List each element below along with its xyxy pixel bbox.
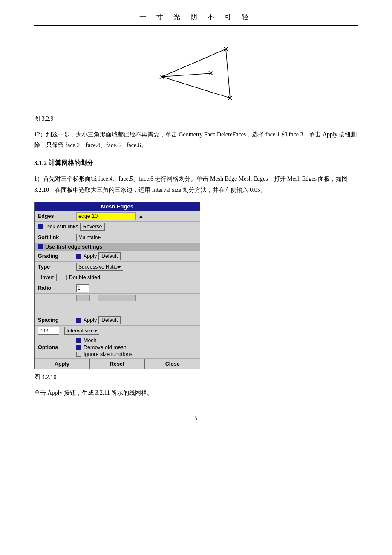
grading-default-btn[interactable]: Default xyxy=(98,252,121,260)
ignore-size-label: Ignore size functions xyxy=(84,351,133,357)
grading-apply-checkbox[interactable] xyxy=(76,254,81,259)
spacing-row: Spacing Apply Default xyxy=(35,315,200,326)
invert-row: Invert Double sided xyxy=(35,272,200,283)
soft-link-label: Soft link xyxy=(38,234,76,240)
double-sided-label: Double sided xyxy=(69,275,100,280)
empty-space xyxy=(35,302,200,315)
spacing-default-btn[interactable]: Default xyxy=(98,316,121,324)
use-first-edge-label: Use first edge settings xyxy=(45,244,102,250)
svg-line-1 xyxy=(226,49,230,98)
diagram-area xyxy=(34,38,358,107)
spacing-apply-area: Apply xyxy=(76,317,97,323)
spacing-apply-checkbox[interactable] xyxy=(76,318,81,323)
mesh-label: Mesh xyxy=(84,338,97,344)
panel-title: Mesh Edges xyxy=(101,203,133,210)
edges-icon-btn[interactable]: ▲ xyxy=(138,213,144,220)
ratio-input[interactable] xyxy=(76,284,89,292)
double-sided-area: Double sided xyxy=(62,275,100,280)
panel-title-bar: Mesh Edges xyxy=(35,202,200,211)
type-dropdown[interactable]: Successive Ratio ▶ xyxy=(76,263,123,271)
ignore-size-row: Ignore size functions xyxy=(76,351,133,357)
options-row: Options Mesh Remove old mesh Ignore size… xyxy=(35,336,200,359)
ratio-label: Ratio xyxy=(38,285,76,291)
pick-with-links-checkbox-area: Pick with links xyxy=(38,224,78,230)
figure-3210-label: 图 3.2.10 xyxy=(34,373,358,381)
bottom-btn-row: Apply Reset Close xyxy=(35,359,200,369)
type-row: Type Successive Ratio ▶ xyxy=(35,262,200,272)
interval-size-arrow: ▶ xyxy=(95,329,97,332)
section-title-1: 3.1.2 计算网格的划分 xyxy=(34,159,358,167)
mesh-option-row: Mesh xyxy=(76,338,133,344)
mesh-edges-panel: Mesh Edges Edges edge.10 ▲ Pick with lin… xyxy=(34,202,200,369)
grading-apply-label: Apply xyxy=(84,253,97,259)
grading-row: Grading Apply Default xyxy=(35,251,200,262)
use-first-edge-checkbox[interactable] xyxy=(38,244,43,249)
spacing-input[interactable] xyxy=(38,327,59,335)
edges-label: Edges xyxy=(38,213,76,219)
slider-row xyxy=(35,294,200,302)
successive-ratio-label: Successive Ratio xyxy=(78,264,118,270)
type-label: Type xyxy=(38,264,76,270)
pick-with-links-label: Pick with links xyxy=(45,224,78,230)
page-number: 5 xyxy=(34,415,358,422)
remove-old-mesh-label: Remove old mesh xyxy=(84,344,127,350)
paragraph-2: 1）首先对三个梯形面域 face.4、face.5、face.6 进行网格划分。… xyxy=(34,173,358,195)
pick-with-links-checkbox[interactable] xyxy=(38,224,43,229)
use-first-edge-row: Use first edge settings xyxy=(35,243,200,251)
slider-thumb[interactable] xyxy=(89,295,98,301)
paragraph-3: 单击 Apply 按钮，生成 3.2.11 所示的线网格。 xyxy=(34,387,358,398)
paragraph-1: 12）到这一步，大小三角形面域都已经不再需要，单击 Geometry Face … xyxy=(34,129,358,150)
mesh-checkbox[interactable] xyxy=(76,338,81,343)
maintain-arrow: ▶ xyxy=(98,235,101,239)
remove-old-mesh-checkbox[interactable] xyxy=(76,345,81,350)
options-values: Mesh Remove old mesh Ignore size functio… xyxy=(76,338,133,357)
pick-with-links-row: Pick with links Reverse xyxy=(35,222,200,232)
remove-old-mesh-row: Remove old mesh xyxy=(76,344,133,350)
header-title: 一 寸 光 阴 不 可 轻 xyxy=(139,13,253,20)
close-btn[interactable]: Close xyxy=(145,359,200,369)
invert-btn[interactable]: Invert xyxy=(38,274,57,281)
grading-apply-area: Apply xyxy=(76,253,97,259)
interval-size-dropdown[interactable]: Interval size ▶ xyxy=(64,327,99,335)
maintain-label: Maintain xyxy=(78,234,98,240)
interval-size-label: Interval size xyxy=(66,328,94,334)
type-dropdown-arrow: ▶ xyxy=(118,265,121,269)
spacing-apply-label: Apply xyxy=(84,317,97,323)
ratio-slider[interactable] xyxy=(76,295,136,301)
page-header: 一 寸 光 阴 不 可 轻 xyxy=(34,13,358,26)
ratio-row: Ratio xyxy=(35,283,200,294)
spacing-label: Spacing xyxy=(38,317,76,323)
edges-row: Edges edge.10 ▲ xyxy=(35,211,200,222)
double-sided-checkbox[interactable] xyxy=(62,275,67,280)
svg-line-2 xyxy=(162,77,230,98)
reset-btn[interactable]: Reset xyxy=(90,359,145,369)
apply-btn[interactable]: Apply xyxy=(35,359,90,369)
spacing-value-row: Interval size ▶ xyxy=(35,326,200,336)
grading-label: Grading xyxy=(38,253,76,259)
ignore-size-checkbox[interactable] xyxy=(76,352,81,357)
maintain-dropdown[interactable]: Maintain ▶ xyxy=(76,234,103,241)
figure-329-label: 图 3.2.9 xyxy=(34,115,358,123)
figure-329-svg xyxy=(149,38,243,107)
use-first-edge-checkbox-area: Use first edge settings xyxy=(38,244,196,250)
soft-link-row: Soft link Maintain ▶ xyxy=(35,232,200,243)
edges-value[interactable]: edge.10 xyxy=(76,212,136,220)
reverse-btn[interactable]: Reverse xyxy=(80,223,105,231)
options-label: Options xyxy=(38,344,76,350)
svg-line-0 xyxy=(162,49,226,77)
